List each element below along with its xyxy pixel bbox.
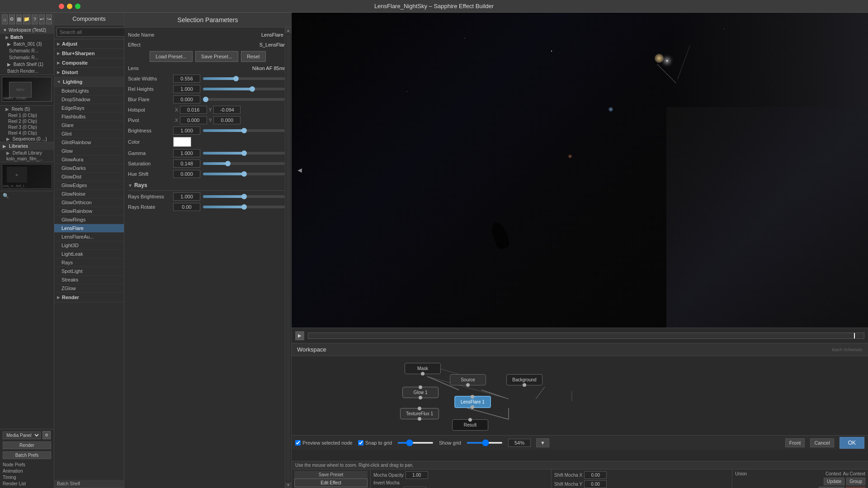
comp-item-spotlight[interactable]: SpotLight: [54, 267, 124, 276]
edit-effect-button[interactable]: Edit Effect: [294, 479, 368, 487]
workspace-node[interactable]: ▼ Workspace (Test2): [0, 26, 54, 34]
scale-widths-input[interactable]: [173, 75, 200, 83]
help-icon[interactable]: ?: [32, 14, 38, 24]
scale-widths-slider[interactable]: [203, 77, 285, 80]
kolo-node[interactable]: kolo_main_film_...: [0, 156, 54, 162]
saturation-slider[interactable]: [203, 162, 285, 165]
comp-item-glare[interactable]: Glare: [54, 121, 124, 130]
rays-section-header[interactable]: ▼ Rays: [128, 180, 288, 191]
comp-item-glownoise[interactable]: GlowNoise: [54, 190, 124, 198]
comp-item-lensflare[interactable]: LensFlare: [54, 224, 124, 233]
comp-item-glowdist[interactable]: GlowDist: [54, 173, 124, 181]
schematic-r2[interactable]: Schematic R...: [0, 54, 54, 61]
save-preset-button[interactable]: Save Preset...: [195, 51, 238, 62]
nav-left-icon[interactable]: ◄: [296, 166, 303, 174]
comp-item-glint[interactable]: Glint: [54, 130, 124, 138]
gamma-input[interactable]: [173, 149, 200, 157]
comp-category-distort[interactable]: ▶Distort: [54, 68, 124, 77]
comp-item-glowaura[interactable]: GlowAura: [54, 155, 124, 164]
front-button[interactable]: Front: [785, 438, 805, 447]
libraries-node[interactable]: ▶ Libraries: [0, 142, 54, 150]
brightness-slider[interactable]: [203, 129, 285, 132]
comp-item-lensflareau---[interactable]: LensFlareAu...: [54, 233, 124, 241]
hue-shift-slider[interactable]: [203, 173, 285, 175]
reels-node[interactable]: ▶ Reels (5): [0, 106, 54, 113]
comp-category-render[interactable]: ▶Render: [54, 293, 124, 302]
maximize-button[interactable]: [75, 4, 80, 9]
node-graph[interactable]: Mask Source Background: [292, 356, 868, 435]
scroll-up-icon[interactable]: ▲: [285, 28, 291, 33]
comp-item-streaks[interactable]: Streaks: [54, 276, 124, 284]
batch-sub-node[interactable]: ▶ Batch_001 (3): [0, 41, 54, 47]
animation-label[interactable]: Animation: [3, 469, 23, 474]
comp-item-lightleak[interactable]: LightLeak: [54, 250, 124, 258]
delete-button[interactable]: Delete: [846, 487, 865, 488]
schematic-r1[interactable]: Schematic R...: [0, 47, 54, 54]
home-icon[interactable]: ⌂: [2, 14, 8, 24]
mask-node[interactable]: Mask: [405, 363, 441, 374]
update-button[interactable]: Update: [824, 478, 844, 485]
comp-item-flashbulbs[interactable]: Flashbulbs: [54, 113, 124, 121]
comp-category-blur-sharpen[interactable]: ▶Blur+Sharpen: [54, 49, 124, 58]
saturation-input[interactable]: [173, 160, 200, 168]
scroll-down-icon[interactable]: ▼: [285, 482, 291, 488]
comp-item-glowrings[interactable]: GlowRings: [54, 216, 124, 224]
reel2-node[interactable]: Reel 2 (0 Clip): [0, 118, 54, 124]
comp-item-gloworthicon[interactable]: GlowOrthicon: [54, 198, 124, 207]
batch-node[interactable]: ▶ Batch: [0, 34, 54, 41]
render-button[interactable]: Render: [3, 441, 51, 449]
pivot-x-input[interactable]: [180, 116, 207, 124]
timeline-bar[interactable]: [308, 333, 864, 339]
source-node[interactable]: Source: [450, 374, 486, 385]
hotspot-y-input[interactable]: [213, 106, 241, 114]
pivot-y-input[interactable]: [213, 116, 241, 124]
comp-category-composite[interactable]: ▶Composite: [54, 58, 124, 68]
comp-item-edgerays[interactable]: EdgeRays: [54, 104, 124, 113]
texture1-node[interactable]: TextureFlux 1: [400, 408, 439, 419]
duplicate-button[interactable]: Duplicate: [819, 487, 844, 488]
rel-heights-slider[interactable]: [203, 88, 285, 90]
hue-shift-input[interactable]: [173, 170, 200, 178]
rel-heights-input[interactable]: [173, 85, 200, 93]
rays-brightness-input[interactable]: [173, 192, 200, 201]
lensflare1-node[interactable]: LensFlare 1: [454, 396, 491, 408]
minimize-button[interactable]: [67, 4, 72, 9]
rays-rotate-input[interactable]: [173, 203, 200, 211]
cancel-button[interactable]: Cancel: [810, 438, 834, 447]
comp-item-zglow[interactable]: ZGlow: [54, 284, 124, 293]
comp-item-glow[interactable]: Glow: [54, 147, 124, 155]
media-panel-dropdown[interactable]: Media Panel: [3, 432, 41, 439]
layers-icon[interactable]: ▦: [16, 14, 22, 24]
reel3-node[interactable]: Reel 3 (0 Clip): [0, 124, 54, 130]
rays-rotate-slider[interactable]: [203, 206, 285, 208]
comp-item-glowdarks[interactable]: GlowDarks: [54, 164, 124, 173]
comp-item-dropshadow[interactable]: DropShadow: [54, 95, 124, 104]
comp-item-bokehlights[interactable]: BokehLights: [54, 87, 124, 95]
snap-to-grid-checkbox[interactable]: [358, 440, 363, 446]
shift-mocha-x-input[interactable]: [584, 471, 607, 479]
background-node[interactable]: Background: [506, 374, 542, 385]
undo-icon[interactable]: ↩: [39, 14, 45, 24]
folder-icon[interactable]: 📁: [23, 14, 30, 24]
batch-prefs-button[interactable]: Batch Prefs: [3, 451, 51, 459]
snap-slider[interactable]: [397, 442, 434, 444]
gear-icon[interactable]: ⚙: [9, 14, 15, 24]
rays-brightness-slider[interactable]: [203, 195, 285, 198]
reel1-node[interactable]: Reel 1 (0 Clip): [0, 113, 54, 118]
close-button[interactable]: [59, 4, 64, 9]
batch-shelf-node[interactable]: ▶ Batch Shelf (1): [0, 61, 54, 68]
play-button[interactable]: ▶: [295, 331, 304, 340]
comp-item-glintrainbow[interactable]: GlintRainbow: [54, 138, 124, 147]
media-panel-settings-icon[interactable]: ⚙: [42, 431, 51, 439]
reel4-node[interactable]: Reel 4 (0 Clip): [0, 130, 54, 136]
render-list-label[interactable]: Render List: [3, 481, 26, 486]
color-swatch[interactable]: [173, 137, 191, 147]
timing-label[interactable]: Timing: [3, 475, 16, 480]
comp-category-adjust[interactable]: ▶Adjust: [54, 39, 124, 49]
gamma-slider[interactable]: [203, 152, 285, 155]
comp-item-rays[interactable]: Rays: [54, 258, 124, 267]
zoom-slider[interactable]: [467, 442, 503, 444]
save-preset-button-bottom[interactable]: Save Preset: [294, 471, 368, 479]
comp-item-glowedges[interactable]: GlowEdges: [54, 181, 124, 190]
ok-button[interactable]: OK: [840, 437, 864, 449]
